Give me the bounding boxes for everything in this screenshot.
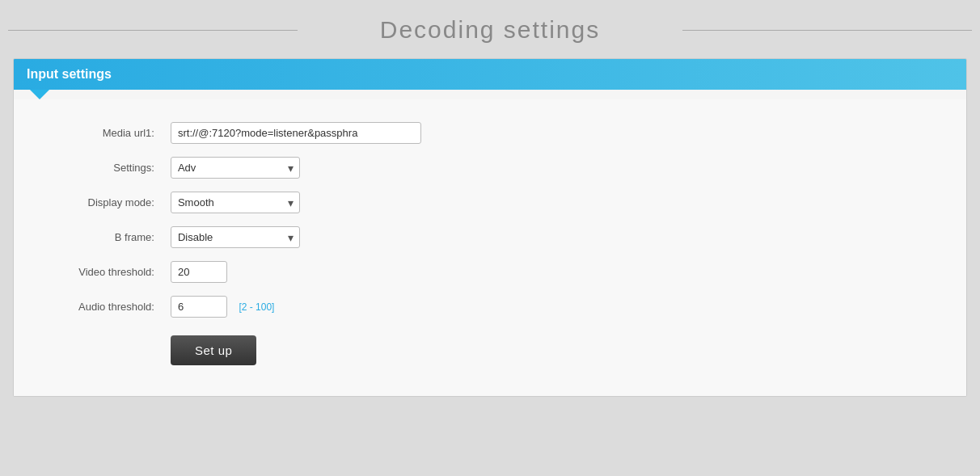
form-table: Media url1: Settings: Adv Basic bbox=[70, 116, 429, 372]
media-url-label: Media url1: bbox=[70, 116, 163, 150]
b-frame-label: B frame: bbox=[70, 220, 163, 255]
page-container: Decoding settings Input settings Media u… bbox=[0, 0, 980, 476]
display-mode-row: Display mode: Smooth Fast Accurate bbox=[70, 185, 429, 220]
display-mode-label: Display mode: bbox=[70, 185, 163, 220]
audio-threshold-row: Audio threshold: [2 - 100] bbox=[70, 289, 429, 324]
video-threshold-input[interactable] bbox=[171, 261, 227, 283]
header-arrow-icon bbox=[30, 90, 49, 99]
settings-cell: Adv Basic bbox=[163, 150, 429, 185]
setup-button-row: Set up bbox=[70, 324, 429, 372]
b-frame-cell: Disable Enable bbox=[163, 220, 429, 255]
card-body: Media url1: Settings: Adv Basic bbox=[14, 99, 966, 396]
video-threshold-cell bbox=[163, 255, 429, 289]
setup-button[interactable]: Set up bbox=[171, 335, 256, 365]
b-frame-row: B frame: Disable Enable bbox=[70, 220, 429, 255]
display-mode-cell: Smooth Fast Accurate bbox=[163, 185, 429, 220]
audio-threshold-range: [2 - 100] bbox=[239, 301, 274, 313]
main-card: Input settings Media url1: Settings: bbox=[13, 58, 967, 397]
settings-select[interactable]: Adv Basic bbox=[171, 157, 300, 179]
display-mode-select-wrapper: Smooth Fast Accurate bbox=[171, 192, 300, 213]
page-title: Decoding settings bbox=[8, 16, 972, 44]
media-url-cell bbox=[163, 116, 429, 150]
card-header: Input settings bbox=[14, 59, 966, 99]
audio-threshold-cell: [2 - 100] bbox=[163, 289, 429, 324]
b-frame-select-wrapper: Disable Enable bbox=[171, 226, 300, 248]
card-header-title: Input settings bbox=[27, 67, 112, 82]
video-threshold-label: Video threshold: bbox=[70, 255, 163, 289]
video-threshold-row: Video threshold: bbox=[70, 255, 429, 289]
audio-threshold-input[interactable] bbox=[171, 296, 227, 318]
card-header-bar: Input settings bbox=[14, 59, 966, 90]
settings-row: Settings: Adv Basic bbox=[70, 150, 429, 185]
setup-button-spacer bbox=[70, 324, 163, 372]
settings-select-wrapper: Adv Basic bbox=[171, 157, 300, 179]
media-url-row: Media url1: bbox=[70, 116, 429, 150]
audio-threshold-label: Audio threshold: bbox=[70, 289, 163, 324]
media-url-input[interactable] bbox=[171, 122, 421, 144]
setup-button-cell: Set up bbox=[163, 324, 429, 372]
display-mode-select[interactable]: Smooth Fast Accurate bbox=[171, 192, 300, 213]
settings-label: Settings: bbox=[70, 150, 163, 185]
b-frame-select[interactable]: Disable Enable bbox=[171, 226, 300, 248]
